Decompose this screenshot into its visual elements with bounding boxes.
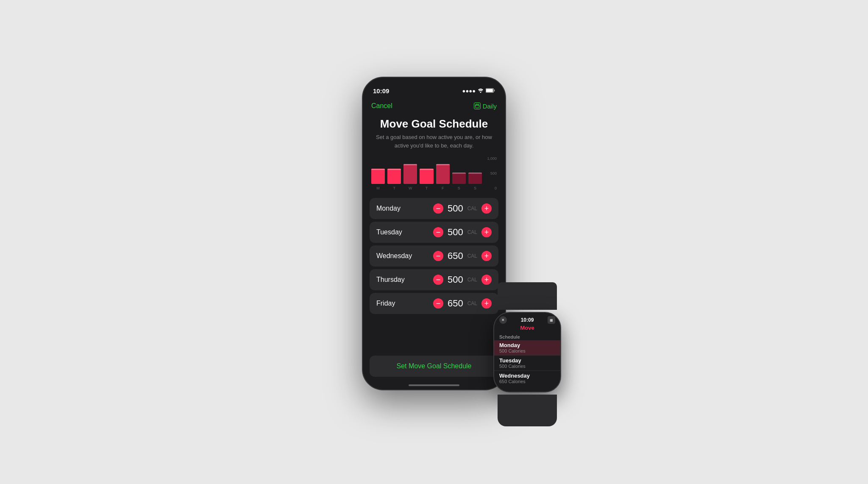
chart-day-label: W: [409, 186, 412, 190]
cal-value: 500: [448, 227, 463, 238]
watch-item-day: Wednesday: [499, 373, 555, 379]
day-controls: − 500 CAL +: [433, 227, 492, 238]
watch-list: Monday 500 Calories Tuesday 500 Calories…: [494, 340, 560, 386]
chart-bar-t1: [387, 169, 401, 184]
watch-move-label: Move: [494, 325, 560, 333]
home-indicator: [409, 384, 459, 386]
day-name: Monday: [376, 205, 433, 212]
cal-value: 650: [448, 250, 463, 261]
calendar-icon: [474, 103, 481, 109]
watch-item-calories: 650 Calories: [499, 379, 555, 384]
signal-icon: ●●●●: [462, 88, 476, 94]
decrement-button[interactable]: −: [433, 251, 443, 261]
cancel-button[interactable]: Cancel: [371, 102, 392, 110]
chart-day-label: S: [458, 186, 460, 190]
increment-button[interactable]: +: [481, 275, 492, 285]
set-schedule-button[interactable]: Set Move Goal Schedule: [370, 356, 498, 377]
watch-item-calories: 500 Calories: [499, 348, 555, 353]
day-name: Tuesday: [376, 228, 433, 236]
scene: 10:09 ●●●●: [286, 68, 582, 416]
cal-unit: CAL: [467, 206, 477, 211]
watch-time: 10:09: [521, 317, 534, 323]
chart-day-col: S: [468, 172, 482, 190]
chart-day-label: T: [393, 186, 395, 190]
watch-item-day: Tuesday: [499, 357, 555, 364]
chart-container: MTWTFSS 1,000 500 0: [363, 152, 505, 195]
watch-schedule-label: Schedule: [494, 333, 560, 340]
menu-icon: ▦: [550, 318, 553, 322]
watch-close-button[interactable]: ✕: [499, 316, 507, 324]
watch-stack: ✕ 10:09 ▦ Move Schedule Monday 500 Calor…: [481, 284, 574, 424]
day-controls: − 650 CAL +: [433, 250, 492, 261]
chart-bars: MTWTFSS: [371, 156, 482, 190]
day-row: Wednesday − 650 CAL +: [370, 245, 498, 267]
watch-list-item[interactable]: Tuesday 500 Calories: [494, 355, 560, 370]
battery-icon: [486, 88, 495, 94]
cal-unit: CAL: [467, 300, 477, 306]
increment-button[interactable]: +: [481, 227, 492, 237]
chart-day-col: F: [436, 164, 450, 190]
cal-unit: CAL: [467, 229, 477, 235]
watch-body: ✕ 10:09 ▦ Move Schedule Monday 500 Calor…: [493, 312, 561, 392]
svg-point-0: [480, 92, 481, 93]
chart-day-label: F: [442, 186, 444, 190]
watch-menu-button[interactable]: ▦: [548, 316, 555, 324]
increment-button[interactable]: +: [481, 203, 492, 214]
status-time: 10:09: [373, 87, 389, 95]
day-row: Friday − 650 CAL +: [370, 293, 498, 314]
day-row: Tuesday − 500 CAL +: [370, 222, 498, 243]
watch-list-item[interactable]: Monday 500 Calories: [494, 340, 560, 355]
cal-value: 500: [448, 203, 463, 214]
chart-bar-f4: [436, 164, 450, 184]
close-icon: ✕: [501, 318, 505, 322]
day-row: Monday − 500 CAL +: [370, 198, 498, 219]
chart-y-label-mid: 500: [487, 171, 497, 175]
page-heading: Move Goal Schedule Set a goal based on h…: [363, 113, 505, 152]
cal-unit: CAL: [467, 253, 477, 259]
decrement-button[interactable]: −: [433, 275, 443, 285]
apple-watch: ✕ 10:09 ▦ Move Schedule Monday 500 Calor…: [481, 284, 574, 403]
decrement-button[interactable]: −: [433, 227, 443, 237]
day-controls: − 500 CAL +: [433, 203, 492, 214]
day-name: Thursday: [376, 276, 433, 284]
daily-label: Daily: [483, 103, 497, 110]
chart-bar-s5: [452, 172, 466, 184]
chart-day-col: W: [403, 164, 417, 190]
svg-rect-3: [494, 89, 495, 91]
svg-rect-4: [475, 105, 479, 108]
status-bar: 10:09 ●●●●: [363, 78, 505, 99]
chart-bar-t3: [420, 169, 433, 184]
watch-band-top: [498, 282, 557, 310]
status-icons: ●●●●: [462, 88, 495, 94]
chart-y-label-bottom: 0: [487, 186, 497, 190]
watch-screen: ✕ 10:09 ▦ Move Schedule Monday 500 Calor…: [494, 313, 560, 392]
cal-unit: CAL: [467, 277, 477, 283]
chart-bar-m0: [371, 169, 385, 184]
decrement-button[interactable]: −: [433, 203, 443, 214]
watch-item-calories: 500 Calories: [499, 364, 555, 369]
chart-day-col: S: [452, 172, 466, 190]
day-name: Friday: [376, 300, 433, 307]
watch-list-item[interactable]: Wednesday 650 Calories: [494, 370, 560, 386]
chart-day-label: T: [426, 186, 428, 190]
chart-bar-w2: [403, 164, 417, 184]
page-subtitle: Set a goal based on how active you are, …: [371, 133, 497, 150]
nav-bar: Cancel Daily: [363, 99, 505, 113]
wifi-icon: [478, 88, 484, 94]
watch-status-bar: ✕ 10:09 ▦: [494, 313, 560, 325]
cal-value: 650: [448, 298, 463, 309]
chart-day-col: T: [387, 169, 401, 190]
decrement-button[interactable]: −: [433, 298, 443, 309]
chart-day-col: T: [420, 169, 433, 190]
page-title: Move Goal Schedule: [371, 117, 497, 131]
svg-rect-2: [486, 89, 493, 92]
increment-button[interactable]: +: [481, 251, 492, 261]
chart-day-label: M: [376, 186, 380, 190]
watch-band-bottom: [498, 395, 557, 426]
day-row: Thursday − 500 CAL +: [370, 269, 498, 290]
watch-item-day: Monday: [499, 342, 555, 348]
chart-day-col: M: [371, 169, 385, 190]
daily-button[interactable]: Daily: [474, 103, 497, 110]
chart-y-labels: 1,000 500 0: [487, 156, 497, 190]
chart-bar-s6: [468, 172, 482, 184]
